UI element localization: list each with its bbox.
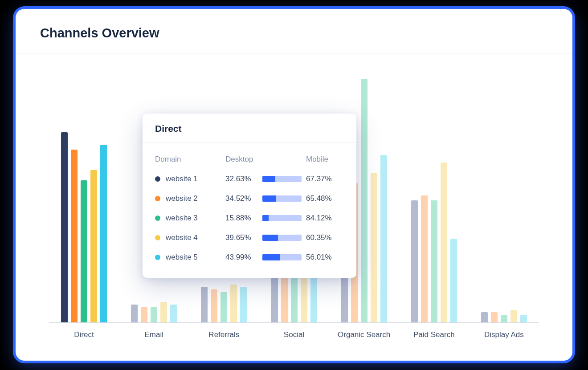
tooltip-domain-label: website 2	[166, 194, 198, 203]
bar[interactable]	[411, 200, 418, 322]
bar[interactable]	[431, 200, 437, 322]
tooltip-row: website 439.65%60.35%	[155, 228, 344, 248]
tooltip-desktop-value: 34.52%	[225, 194, 259, 203]
x-axis-label: Direct	[74, 330, 94, 339]
bar[interactable]	[520, 315, 527, 322]
bar-group[interactable]: Email	[127, 302, 181, 322]
tooltip-domain: website 2	[155, 194, 222, 203]
desktop-fill	[262, 254, 280, 260]
bar[interactable]	[371, 173, 377, 322]
bar[interactable]	[151, 307, 157, 322]
tooltip-domain: website 4	[155, 233, 222, 242]
channels-overview-card: Channels Overview DirectEmailReferralsSo…	[16, 9, 572, 361]
tooltip-domain: website 1	[155, 175, 222, 183]
desktop-fill	[262, 215, 269, 221]
bar[interactable]	[481, 312, 488, 322]
bar[interactable]	[81, 180, 87, 322]
bar[interactable]	[361, 79, 368, 322]
x-axis-label: Social	[284, 330, 304, 339]
bar[interactable]	[501, 315, 507, 322]
tooltip-mobile-value: 84.12%	[306, 214, 337, 223]
legend-dot-icon	[155, 196, 160, 201]
tooltip-col-mobile: Mobile	[306, 155, 337, 164]
bar[interactable]	[100, 145, 107, 322]
card-title: Channels Overview	[40, 26, 548, 41]
bar[interactable]	[380, 155, 387, 322]
bar[interactable]	[450, 239, 457, 322]
bar[interactable]	[491, 312, 498, 322]
tooltip-domain-label: website 5	[166, 253, 198, 262]
tooltip-row: website 315.88%84.12%	[155, 208, 344, 228]
tooltip-domain-label: website 3	[166, 214, 198, 223]
x-axis-label: Organic Search	[338, 330, 390, 339]
bar[interactable]	[71, 150, 78, 322]
tooltip-header-row: Domain Desktop Mobile	[155, 150, 344, 169]
desktop-fill	[262, 235, 278, 241]
desktop-mobile-split-bar	[262, 176, 302, 182]
bar[interactable]	[131, 305, 138, 322]
x-axis-label: Display Ads	[484, 330, 524, 339]
desktop-mobile-split-bar	[262, 235, 302, 241]
tooltip-desktop-value: 43.99%	[225, 253, 259, 262]
x-axis-label: Referrals	[208, 330, 239, 339]
desktop-mobile-split-bar	[262, 215, 302, 221]
tooltip-title: Direct	[143, 114, 356, 142]
bar[interactable]	[240, 287, 247, 322]
chart-tooltip: Direct Domain Desktop Mobile website 132…	[143, 114, 356, 278]
tooltip-desktop-value: 32.63%	[225, 175, 259, 183]
x-axis-label: Email	[144, 330, 163, 339]
x-axis-label: Paid Search	[413, 330, 455, 339]
bar[interactable]	[160, 302, 167, 322]
tooltip-mobile-value: 65.48%	[306, 194, 337, 203]
tooltip-domain-label: website 4	[166, 233, 198, 242]
bar-group[interactable]: Direct	[57, 132, 111, 323]
bar[interactable]	[230, 285, 237, 323]
tooltip-domain: website 3	[155, 214, 222, 223]
legend-dot-icon	[155, 176, 160, 182]
tooltip-row: website 543.99%56.01%	[155, 248, 344, 267]
bar[interactable]	[220, 292, 227, 322]
tooltip-mobile-value: 60.35%	[306, 233, 337, 242]
bar[interactable]	[421, 195, 428, 322]
legend-dot-icon	[155, 235, 160, 240]
tooltip-row: website 132.63%67.37%	[155, 169, 344, 189]
tooltip-body: Domain Desktop Mobile website 132.63%67.…	[143, 142, 356, 278]
legend-dot-icon	[155, 215, 160, 221]
desktop-mobile-split-bar	[262, 195, 302, 202]
tooltip-domain-label: website 1	[166, 175, 198, 183]
bar-group[interactable]: Display Ads	[477, 310, 531, 323]
tooltip-row: website 234.52%65.48%	[155, 189, 344, 208]
card-header: Channels Overview	[16, 9, 572, 53]
bar[interactable]	[90, 170, 97, 322]
bar[interactable]	[201, 287, 208, 322]
desktop-fill	[262, 176, 275, 182]
desktop-mobile-split-bar	[262, 254, 302, 260]
tooltip-col-domain: Domain	[155, 155, 222, 164]
bar[interactable]	[211, 289, 217, 322]
bar[interactable]	[510, 310, 517, 323]
legend-dot-icon	[155, 255, 160, 260]
bar[interactable]	[141, 307, 147, 322]
tooltip-desktop-value: 15.88%	[225, 214, 259, 223]
tooltip-mobile-value: 67.37%	[306, 175, 337, 183]
desktop-fill	[262, 195, 276, 202]
tooltip-desktop-value: 39.65%	[225, 233, 259, 242]
bar-group[interactable]: Referrals	[197, 285, 251, 323]
bar-group[interactable]: Paid Search	[407, 163, 461, 322]
tooltip-col-desktop: Desktop	[225, 155, 259, 164]
bar[interactable]	[170, 305, 177, 322]
bar[interactable]	[441, 163, 447, 322]
tooltip-domain: website 5	[155, 253, 222, 262]
tooltip-mobile-value: 56.01%	[306, 253, 337, 262]
bar[interactable]	[61, 132, 68, 323]
